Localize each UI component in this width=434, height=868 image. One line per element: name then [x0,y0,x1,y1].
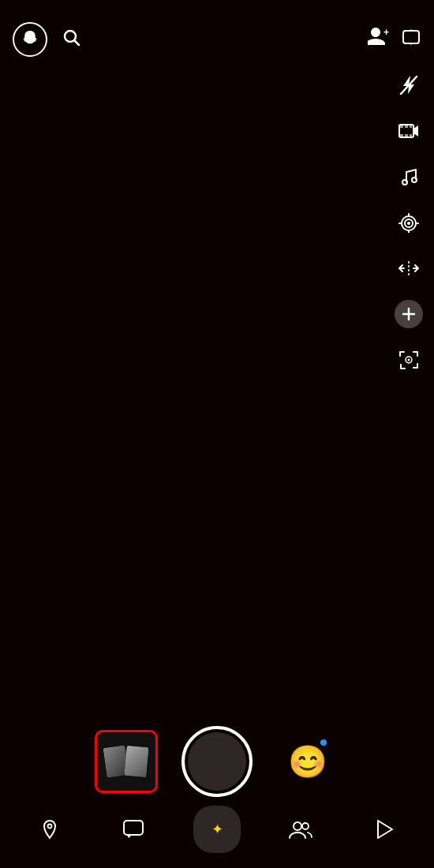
flip-camera-button[interactable] [401,27,421,52]
svg-rect-6 [400,125,403,128]
svg-rect-9 [400,134,403,137]
gallery-card-2 [124,746,148,777]
nav-camera[interactable]: ✦ [193,806,241,853]
svg-point-13 [412,178,417,182]
top-left-controls [13,22,80,57]
shutter-button[interactable] [181,726,253,797]
svg-point-24 [294,822,301,830]
emoji-face-icon: 😊 [288,743,327,780]
add-friend-button[interactable]: + [368,28,390,51]
top-bar: + [0,0,434,63]
svg-rect-23 [124,821,143,835]
svg-line-1 [75,41,80,46]
timer-button[interactable] [395,208,423,237]
add-button[interactable] [395,300,423,328]
svg-point-12 [402,180,407,185]
video-button[interactable] [395,117,423,145]
scan-button[interactable] [395,346,423,374]
snapchat-logo[interactable] [13,22,47,57]
nav-map[interactable] [26,806,73,853]
svg-rect-8 [410,125,412,128]
bottom-nav: ✦ [0,799,434,868]
svg-point-16 [407,222,410,225]
active-star-icon: ✦ [211,821,223,838]
bottom-controls: 😊 [0,726,434,797]
svg-point-25 [302,823,309,829]
svg-rect-3 [403,31,419,43]
camera-view: + [0,0,434,868]
top-right-controls: + [368,27,421,52]
mirror-button[interactable] [395,254,423,282]
nav-spotlight[interactable] [361,806,408,853]
music-button[interactable] [395,163,423,191]
svg-text:+: + [383,28,389,38]
nav-friends[interactable] [277,806,324,853]
svg-point-22 [48,825,52,829]
svg-rect-11 [410,134,412,137]
gallery-button[interactable] [95,730,158,793]
nav-chat[interactable] [110,806,157,853]
flash-off-button[interactable] [395,71,423,99]
emoji-lens-button[interactable]: 😊 [276,730,339,793]
gallery-preview [105,746,148,776]
svg-point-21 [408,359,410,361]
svg-rect-7 [405,125,408,128]
svg-rect-10 [405,134,408,137]
search-button[interactable] [62,28,80,51]
notification-dot [319,738,328,747]
right-sidebar [395,63,423,374]
shutter-inner [188,732,246,791]
